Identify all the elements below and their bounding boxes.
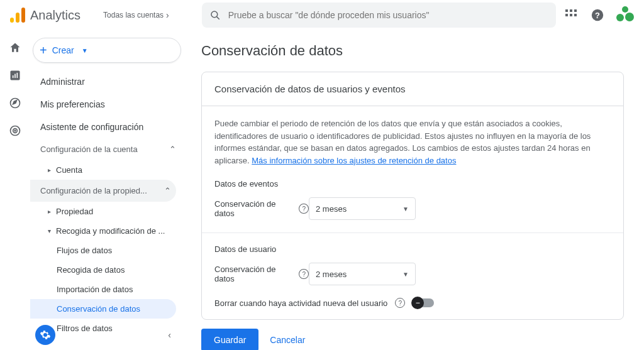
user-section-title: Datos de usuario bbox=[214, 244, 611, 254]
svg-rect-3 bbox=[570, 9, 572, 12]
main-content: Conservación de datos Conservación de da… bbox=[181, 30, 644, 350]
reset-on-activity-row: Borrar cuando haya actividad nueva del u… bbox=[214, 298, 611, 308]
top-bar: Analytics Todas las cuentas › ? bbox=[0, 0, 644, 30]
chevron-down-icon: ▼ bbox=[82, 47, 88, 54]
svg-rect-6 bbox=[570, 14, 572, 16]
retention-card: Conservación de datos de usuarios y even… bbox=[201, 72, 624, 320]
nav-leaf-collection[interactable]: Recogida de datos bbox=[30, 260, 176, 280]
nav-property-section[interactable]: Configuración de la propied... ⌃ bbox=[30, 180, 176, 202]
nav-setup-assistant[interactable]: Asistente de configuración bbox=[30, 116, 181, 138]
reset-on-activity-toggle[interactable]: − bbox=[413, 298, 434, 307]
app-title: Analytics bbox=[30, 8, 80, 23]
chevron-up-icon: ⌃ bbox=[164, 186, 171, 195]
user-retention-label: Conservación de datos? bbox=[214, 265, 309, 283]
help-text: Puede cambiar el periodo de retención de… bbox=[214, 118, 611, 167]
chevron-down-icon: ▼ bbox=[402, 205, 409, 212]
caret-right-icon: ▸ bbox=[48, 167, 51, 173]
svg-rect-12 bbox=[14, 74, 16, 79]
card-header: Conservación de datos de usuarios y even… bbox=[202, 72, 623, 106]
avatar[interactable] bbox=[616, 6, 634, 24]
plus-icon: + bbox=[40, 44, 47, 57]
apps-icon[interactable] bbox=[564, 8, 579, 23]
nav-leaf-retention[interactable]: Conservación de datos bbox=[30, 299, 176, 319]
svg-rect-2 bbox=[565, 9, 568, 12]
chevron-down-icon: ▼ bbox=[402, 271, 409, 278]
breadcrumb[interactable]: Todas las cuentas › bbox=[103, 10, 169, 20]
nav-leaf-import[interactable]: Importación de datos bbox=[30, 280, 176, 299]
help-tooltip-icon[interactable]: ? bbox=[299, 204, 309, 214]
svg-rect-5 bbox=[565, 14, 568, 16]
svg-point-17 bbox=[14, 130, 16, 131]
svg-text:?: ? bbox=[595, 11, 600, 20]
analytics-logo-icon bbox=[10, 8, 25, 23]
search-icon bbox=[209, 9, 221, 21]
admin-gear-fab[interactable] bbox=[35, 325, 55, 345]
page-title: Conservación de datos bbox=[201, 43, 624, 59]
svg-line-1 bbox=[216, 17, 219, 19]
admin-nav: + Crear ▼ Administrar Mis preferencias A… bbox=[30, 30, 181, 350]
svg-rect-13 bbox=[17, 73, 18, 78]
collapse-nav-icon[interactable]: ‹ bbox=[168, 330, 171, 340]
create-button[interactable]: + Crear ▼ bbox=[33, 38, 181, 63]
help-icon[interactable]: ? bbox=[590, 8, 605, 23]
help-link[interactable]: Más información sobre los ajustes de ret… bbox=[252, 156, 456, 165]
nav-account[interactable]: ▸Cuenta bbox=[30, 160, 181, 180]
logo[interactable]: Analytics bbox=[10, 8, 80, 23]
advertising-icon[interactable] bbox=[8, 123, 23, 138]
nav-preferences[interactable]: Mis preferencias bbox=[30, 93, 181, 116]
nav-collection-mod[interactable]: ▾Recogida y modificación de ... bbox=[30, 221, 181, 241]
caret-down-icon: ▾ bbox=[48, 227, 51, 234]
explore-icon[interactable] bbox=[8, 96, 23, 111]
reports-icon[interactable] bbox=[8, 68, 23, 83]
event-section-title: Datos de eventos bbox=[214, 179, 611, 189]
nav-leaf-streams[interactable]: Flujos de datos bbox=[30, 241, 176, 260]
svg-rect-7 bbox=[574, 14, 577, 16]
svg-rect-4 bbox=[574, 9, 577, 12]
chevron-right-icon: › bbox=[166, 10, 169, 20]
save-button[interactable]: Guardar bbox=[201, 329, 258, 350]
event-retention-select[interactable]: 2 meses▼ bbox=[309, 197, 416, 220]
svg-point-0 bbox=[211, 11, 218, 18]
breadcrumb-label: Todas las cuentas bbox=[103, 11, 164, 19]
chevron-up-icon: ⌃ bbox=[169, 145, 176, 154]
svg-rect-11 bbox=[13, 75, 14, 78]
nav-property[interactable]: ▸Propiedad bbox=[30, 202, 181, 221]
event-retention-label: Conservación de datos? bbox=[214, 199, 309, 218]
home-icon[interactable] bbox=[8, 40, 23, 55]
cancel-button[interactable]: Cancelar bbox=[270, 335, 305, 345]
help-tooltip-icon[interactable]: ? bbox=[299, 269, 309, 279]
help-tooltip-icon[interactable]: ? bbox=[395, 298, 405, 308]
search-input[interactable] bbox=[228, 10, 548, 20]
nav-account-section[interactable]: Configuración de la cuenta ⌃ bbox=[30, 138, 181, 160]
nav-admin[interactable]: Administrar bbox=[30, 70, 181, 93]
user-retention-select[interactable]: 2 meses▼ bbox=[309, 263, 416, 285]
caret-right-icon: ▸ bbox=[48, 208, 51, 215]
create-label: Crear bbox=[52, 45, 74, 55]
left-rail bbox=[0, 30, 30, 350]
search-box[interactable] bbox=[202, 3, 556, 28]
